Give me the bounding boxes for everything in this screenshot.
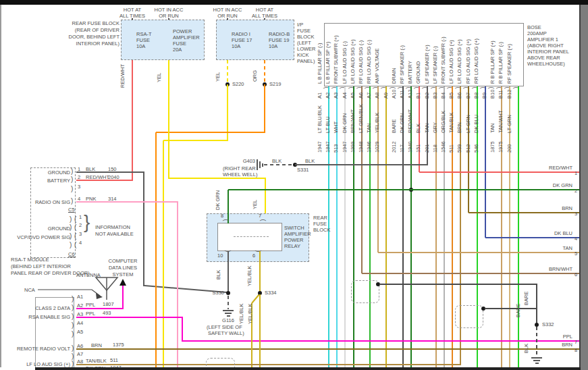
amp-pin-wire-color: TAN/WHT [498, 110, 504, 133]
amp-pin-circuit: 1947 [342, 141, 348, 153]
radio-pin-circuit: 493 [103, 310, 111, 316]
rsa-enable-wire [182, 317, 183, 342]
fuse-label: RADIO I [232, 31, 250, 37]
wire-segment [295, 164, 428, 165]
amp-pin-function: RF SPEAKER (-) [399, 45, 405, 84]
wire-segment [168, 60, 169, 179]
amp-pin-circuit: 2012 [391, 141, 397, 153]
amp-pin-wire-color: DK BLU [473, 115, 479, 133]
amp-pin-wire-color: LT BLU/BLK [317, 105, 323, 133]
radio-pin-wire-color: PPL [86, 302, 95, 308]
rsat-pin-function: GROUND [48, 226, 70, 232]
ip-fuse-block-caption: FUSE [297, 28, 311, 34]
pin-bracket: ( [74, 241, 76, 248]
power-source-label: HOT AT [124, 7, 141, 13]
nca-arrow [38, 290, 100, 296]
amp-pin-id: A4 [342, 92, 348, 99]
amp-pin-id: A1 [317, 92, 323, 99]
relay-link-dashed [234, 236, 269, 238]
pin-bracket: ) [71, 185, 73, 192]
amp-pin-function: GROUND [415, 61, 421, 84]
wire-color-label: BLK [305, 158, 315, 164]
splice-label: S331 [297, 167, 309, 173]
computer-data-arrow-icon [119, 279, 126, 286]
amp-pin-function: FRONT SUBWFR (-) [440, 36, 446, 84]
offpage-wire [76, 348, 579, 350]
fuse-label: RADIO-B [269, 31, 290, 37]
amp-pin-id: B1 [415, 92, 421, 99]
amp-pin-circuit: 1947 [317, 141, 323, 153]
frame-right-band [579, 0, 588, 370]
pin-bracket: ( [74, 223, 76, 231]
amp-pin-function: RR LO AUD SIG (+) [473, 38, 479, 84]
amplifier-caption: ABOVE REAR [527, 55, 560, 61]
amp-pin-function: AMP VOLTAGE [374, 48, 380, 84]
wire-segment [169, 178, 266, 179]
nca-label: NCA [24, 287, 35, 293]
amp-pin-id: A5 [350, 92, 356, 99]
amp-pin-wire [377, 86, 379, 253]
amp-voltage-wire [259, 294, 261, 367]
pin-bracket: ) [70, 241, 72, 248]
amp-pin-wire-color: BLK [415, 124, 421, 133]
amp-pin-id: B5 [448, 92, 454, 99]
amp-pin-wire-color: DK GRN [342, 113, 348, 133]
amp-pin-wire-color: GRY [432, 122, 438, 133]
rsat-pin-function: BATTERY [47, 178, 70, 184]
g116-ground-icon [223, 310, 234, 311]
amp-pin-function: LR LO AUD SIG (+) [456, 39, 462, 84]
ip-fuse-block-caption: KICK [297, 52, 309, 58]
drain-wire [379, 284, 537, 285]
ground-caption: WHEEL WELL) [223, 171, 257, 178]
amp-pin-wire-color: LT GRN [465, 115, 471, 133]
amplifier-caption: (ABOVE RIGHT [527, 43, 564, 49]
amp-pin-circuit: 513 [333, 144, 339, 153]
amp-pin-circuit: 599 [456, 144, 462, 153]
amplifier-caption: WHEELHOUSE) [527, 61, 565, 67]
splice-label: S334 [265, 290, 277, 296]
connector-id: C6 [68, 251, 75, 257]
pin-bracket: ) [72, 360, 74, 367]
relay-name: AMPLIFIER [284, 231, 311, 237]
amp-pin-wire-color: TAN [489, 124, 496, 133]
pin-bracket: ( [260, 219, 267, 221]
wire-dashed [264, 60, 265, 82]
amp-pin-circuit: 117 [399, 144, 405, 153]
rsat-pin-circuit: 2040 [108, 174, 119, 180]
ground-caption: (RIGHT REAR [223, 165, 256, 171]
amp-pin-function: RF LO AUD SIG (-) [358, 41, 364, 84]
amp-pin-id: B3 [432, 92, 438, 99]
amp-pin-wire [518, 86, 519, 367]
amp-pin-function: RF SPEAKER (+) [506, 44, 512, 84]
offpage-wire-label: DK BLU [554, 230, 572, 236]
amplifier-caption: BOSE [527, 24, 541, 30]
radio-pin-id: A4 [77, 320, 83, 326]
class2-data-wire [76, 308, 124, 309]
amp-pin-function: L B PILLAR SP (-) [317, 43, 323, 84]
s332-ground-icon [535, 363, 539, 364]
amp-pin-id: A10 [391, 90, 397, 99]
rsat-module-caption: (BEHIND LEFT INTERIOR [11, 263, 71, 269]
rsat-pin-function: RADIO ON SIG [35, 199, 70, 205]
amp-pin-wire-color: BARE [391, 120, 397, 133]
wire-color-label: BLK [215, 270, 221, 280]
offpage-wire-label: TAN [563, 245, 572, 251]
shield-box [351, 280, 379, 303]
ip-fuse-block-caption: LOWER [297, 46, 316, 52]
offpage-wire-label: BRN [562, 342, 572, 348]
amp-pin-id: A12 [407, 90, 413, 99]
amp-pin-function: RR LO AUD SIG (-) [366, 40, 372, 84]
wire-segment [132, 60, 133, 181]
relay-pin-number: 6 [252, 253, 255, 259]
wire-segment [155, 132, 157, 367]
info-note: INFORMATION [95, 224, 130, 230]
rsat-pin-circuit: 150 [108, 166, 117, 172]
wire-segment [177, 202, 178, 367]
wire-color-label: RED/WHT [119, 64, 126, 88]
relay-output-wire [259, 251, 261, 292]
g116-ground-icon [225, 313, 232, 314]
fuse-label: FUSE 19 [269, 37, 289, 43]
amp-pin-id: A11 [399, 90, 405, 99]
pin-bracket: ) [71, 176, 73, 183]
amp-pin-wire [485, 86, 486, 238]
